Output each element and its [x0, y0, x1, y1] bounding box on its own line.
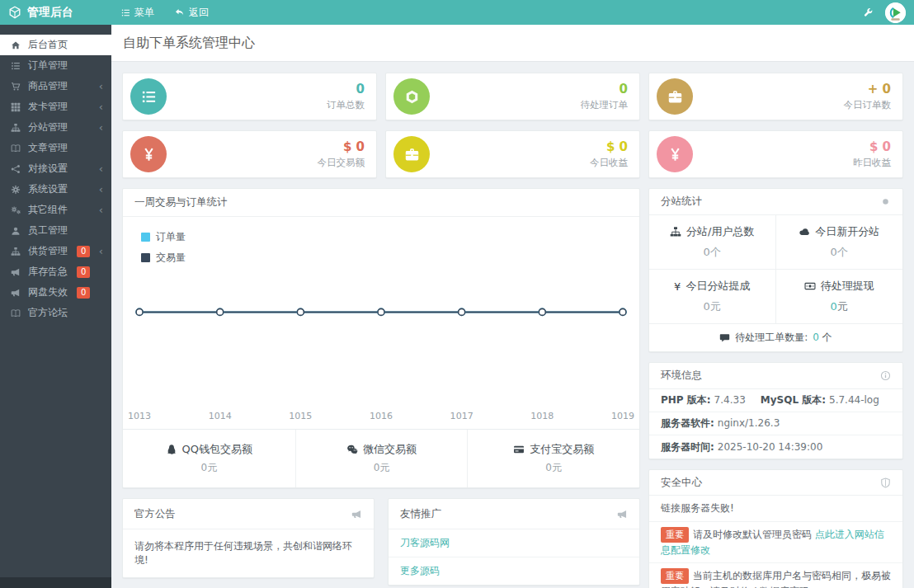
announcement-title: 官方公告	[134, 507, 176, 521]
legend-swatch	[141, 233, 150, 242]
sidebar-item-label: 供货管理	[28, 244, 68, 258]
payment-label: QQ钱包交易额	[182, 442, 252, 457]
substation-cell-new-today: 今日新开分站 0个	[776, 215, 903, 270]
sidebar-item-substations[interactable]: 分站管理 ‹	[0, 117, 111, 138]
cell-label: 今日新开分站	[815, 224, 879, 239]
sidebar-item-integration[interactable]: 对接设置 ‹	[0, 158, 111, 179]
cube-icon	[8, 6, 21, 19]
sidebar-item-label: 库存告急	[28, 265, 68, 279]
chevron-left-icon: ‹	[99, 184, 103, 195]
cart-icon	[11, 82, 21, 92]
legend-item-trades[interactable]: 交易量	[141, 251, 186, 265]
environment-panel: 环境信息 PHP 版本:7.4.33 MySQL 版本:5.7.44-log 服…	[648, 362, 903, 459]
menu-toggle[interactable]: 菜单	[111, 0, 164, 25]
sidebar-item-label: 发卡管理	[28, 100, 68, 114]
bullhorn-icon	[11, 267, 21, 277]
svg-text:1014: 1014	[209, 411, 232, 421]
svg-text:1013: 1013	[128, 411, 151, 421]
env-row-time: 服务器时间:2025-10-20 14:39:00	[649, 435, 902, 459]
promo-link-daoke[interactable]: 刀客源码网	[389, 529, 639, 557]
stat-value: + 0	[844, 82, 892, 98]
app-logo[interactable]	[885, 2, 906, 23]
payment-cell-qq: QQ钱包交易额 0元	[123, 430, 295, 487]
security-panel: 安全中心 链接服务器失败! 重要请及时修改默认管理员密码 点此进入网站信息配置修…	[648, 469, 903, 588]
tickets-label: 待处理工单数量:	[735, 331, 808, 345]
important-badge: 重要	[661, 527, 689, 543]
sidebar-item-home[interactable]: 后台首页	[0, 35, 111, 55]
stat-value: $ 0	[853, 139, 891, 156]
content: 0 订单总数 0 待处理订单 + 0 今日订单数	[111, 62, 914, 588]
stat-label: 待处理订单	[581, 99, 629, 111]
play-logo-icon	[885, 2, 906, 23]
sidebar-item-products[interactable]: 商品管理 ‹	[0, 76, 111, 96]
hexagon-icon	[393, 78, 430, 115]
sidebar-item-staff[interactable]: 员工管理	[0, 220, 111, 241]
important-badge: 重要	[661, 568, 689, 584]
cell-value: 0个	[704, 245, 721, 260]
info-icon	[880, 370, 891, 381]
substation-stats-panel: 分站统计 分站/用户总数 0个	[648, 188, 903, 352]
home-icon	[11, 40, 21, 50]
environment-title: 环境信息	[661, 369, 702, 383]
sidebar-item-label: 订单管理	[28, 59, 68, 73]
book-icon	[11, 308, 21, 318]
legend-label: 交易量	[156, 251, 186, 265]
legend-swatch	[141, 253, 150, 262]
count-badge: 0	[77, 246, 90, 257]
stat-card-today-orders: + 0 今日订单数	[648, 73, 903, 120]
wrench-icon[interactable]	[863, 7, 874, 18]
sidebar-item-articles[interactable]: 文章管理	[0, 138, 111, 158]
bullhorn-icon	[11, 288, 21, 298]
payment-cell-alipay: 支付宝交易额 0元	[467, 430, 639, 487]
substation-title: 分站统计	[661, 195, 702, 209]
sidebar-item-netdisk-invalid[interactable]: 网盘失效 0	[0, 282, 111, 303]
security-title: 安全中心	[661, 476, 702, 490]
sidebar-item-supply[interactable]: 供货管理 0 ‹	[0, 241, 111, 261]
promo-link-more[interactable]: 更多源码	[389, 557, 639, 585]
announcement-panel: 官方公告 请勿将本程序用于任何违规场景，共创和谐网络环境!	[122, 498, 375, 578]
sidebar-item-system[interactable]: 系统设置 ‹	[0, 179, 111, 200]
security-row-password: 重要请及时修改默认管理员密码 点此进入网站信息配置修改	[649, 522, 902, 564]
legend-label: 订单量	[156, 230, 186, 244]
count-badge: 0	[77, 266, 90, 278]
chevron-left-icon: ‹	[99, 122, 103, 133]
brand-title: 管理后台	[27, 5, 73, 20]
payment-label: 微信交易额	[363, 442, 417, 457]
weekly-chart-panel: 一周交易与订单统计 订单量 交易量	[122, 188, 640, 488]
security-row-server-fail: 链接服务器失败!	[649, 496, 902, 522]
env-row-server: 服务器软件:nginx/1.26.3	[649, 412, 902, 435]
yen-icon	[130, 136, 167, 172]
sidebar-item-label: 其它组件	[28, 203, 68, 217]
legend-item-orders[interactable]: 订单量	[141, 230, 186, 244]
payment-value: 0元	[374, 461, 390, 475]
sidebar-item-stock-alert[interactable]: 库存告急 0	[0, 261, 111, 282]
bullhorn-icon	[351, 509, 362, 520]
back-label: 返回	[189, 6, 209, 20]
chevron-left-icon: ‹	[99, 163, 103, 174]
sidebar-item-cards[interactable]: 发卡管理 ‹	[0, 96, 111, 117]
payment-value: 0元	[545, 461, 562, 475]
stat-label: 今日收益	[590, 157, 628, 169]
svg-text:1019: 1019	[611, 411, 634, 421]
substation-cell-withdrawals: 待处理提现 0元	[776, 270, 903, 324]
wechat-icon	[346, 444, 358, 455]
back-button[interactable]: 返回	[164, 0, 219, 25]
qq-icon	[166, 444, 177, 455]
svg-text:1018: 1018	[530, 411, 554, 421]
chevron-left-icon: ‹	[99, 205, 103, 215]
chevron-left-icon: ‹	[99, 101, 103, 112]
book-icon	[11, 143, 21, 153]
chart-panel-header: 一周交易与订单统计	[123, 189, 639, 217]
announcement-text: 请勿将本程序用于任何违规场景，共创和谐网络环境!	[123, 529, 374, 577]
sidebar-item-forum[interactable]: 官方论坛	[0, 303, 111, 323]
brand[interactable]: 管理后台	[0, 5, 111, 20]
sidebar-item-label: 网盘失效	[28, 285, 68, 299]
substation-cell-total: 分站/用户总数 0个	[649, 215, 776, 270]
sitemap-icon	[670, 226, 681, 238]
cogs-icon	[11, 205, 21, 215]
credit-card-icon	[513, 444, 525, 455]
sidebar-item-orders[interactable]: 订单管理	[0, 55, 111, 76]
sidebar-item-components[interactable]: 其它组件 ‹	[0, 200, 111, 220]
cell-label: 今日分站提成	[686, 279, 750, 294]
svg-text:1017: 1017	[450, 411, 473, 421]
